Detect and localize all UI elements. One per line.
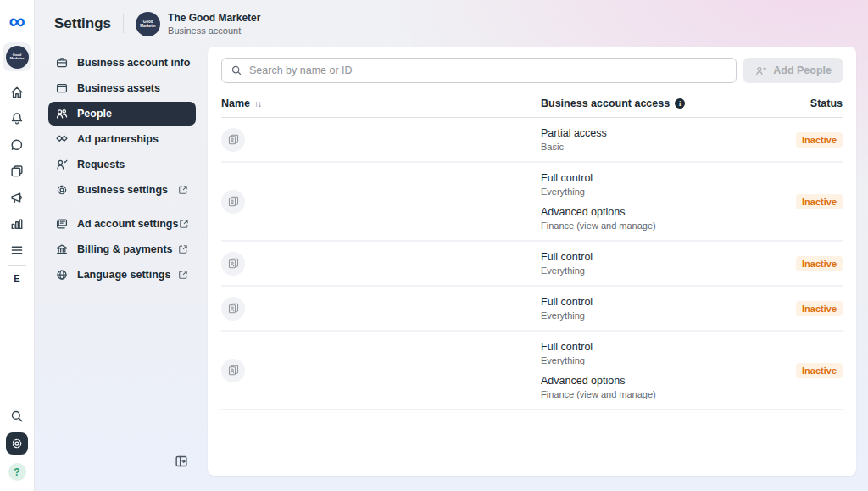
sidebar-item-label: Billing & payments bbox=[77, 243, 177, 255]
insights-chart-icon[interactable] bbox=[9, 216, 25, 232]
access-level: Advanced options bbox=[541, 374, 796, 388]
sort-icon[interactable]: ↑↓ bbox=[254, 99, 261, 109]
person-avatar bbox=[221, 359, 245, 382]
people-table-body: Partial accessBasicInactiveFull controlE… bbox=[221, 118, 843, 476]
search-box[interactable] bbox=[221, 58, 737, 83]
external-link-icon bbox=[177, 269, 189, 281]
sidebar-item-label: Business account info bbox=[77, 57, 190, 69]
search-icon[interactable] bbox=[9, 409, 25, 424]
sidebar-item-language-settings[interactable]: Language settings bbox=[53, 263, 196, 287]
sidebar-item-label: Ad account settings bbox=[77, 218, 178, 230]
table-header: Name ↑↓ Business account access i Status bbox=[221, 83, 843, 118]
person-avatar bbox=[221, 128, 245, 152]
page-title: Settings bbox=[54, 15, 111, 32]
access-level: Advanced options bbox=[541, 205, 796, 219]
access-level: Full control bbox=[541, 340, 796, 354]
table-row[interactable]: Partial accessBasicInactive bbox=[221, 118, 843, 163]
business-avatar: Good Marketer bbox=[6, 46, 29, 69]
access-detail: Everything bbox=[541, 186, 796, 198]
access-level: Full control bbox=[541, 250, 796, 264]
sidebar-item-label: People bbox=[77, 108, 189, 120]
sidebar-item-billing-payments[interactable]: Billing & payments bbox=[53, 237, 196, 261]
people-toolbar: Add People bbox=[221, 58, 843, 83]
sidebar-item-ad-partnerships[interactable]: Ad partnerships bbox=[53, 127, 196, 151]
workspace-letter[interactable]: E bbox=[14, 273, 19, 283]
status-badge: Inactive bbox=[796, 194, 843, 209]
search-input-icon bbox=[231, 64, 242, 76]
add-people-label: Add People bbox=[773, 64, 832, 76]
access-detail: Finance (view and manage) bbox=[541, 220, 796, 232]
access-level: Partial access bbox=[541, 126, 796, 140]
pages-icon[interactable] bbox=[9, 164, 25, 179]
person-check-icon bbox=[55, 158, 69, 171]
search-input[interactable] bbox=[249, 64, 727, 76]
access-detail: Everything bbox=[541, 310, 796, 321]
external-link-icon bbox=[178, 218, 190, 230]
table-row[interactable]: Full controlEverythingInactive bbox=[221, 287, 843, 332]
business-avatar-button[interactable]: Good Marketer bbox=[3, 42, 31, 71]
gear-icon bbox=[55, 183, 69, 197]
home-icon[interactable] bbox=[9, 85, 25, 100]
add-people-button[interactable]: Add People bbox=[743, 58, 843, 83]
status-badge: Inactive bbox=[796, 363, 843, 378]
table-row[interactable]: Full controlEverythingAdvanced optionsFi… bbox=[221, 163, 843, 242]
sidebar-item-label: Requests bbox=[77, 159, 189, 170]
status-badge: Inactive bbox=[796, 301, 843, 316]
sidebar-item-label: Business settings bbox=[77, 184, 177, 196]
assets-icon bbox=[55, 81, 69, 95]
add-person-icon bbox=[754, 64, 767, 77]
sidebar-item-people[interactable]: People bbox=[48, 102, 196, 126]
people-panel: Add People Name ↑↓ Business account acce… bbox=[208, 47, 856, 476]
help-button[interactable]: ? bbox=[8, 463, 26, 481]
column-status: Status bbox=[810, 98, 843, 109]
ad-account-icon bbox=[55, 217, 69, 231]
access-detail: Everything bbox=[541, 354, 796, 366]
sidebar-item-label: Ad partnerships bbox=[77, 133, 189, 145]
all-tools-menu-icon[interactable] bbox=[9, 243, 25, 258]
person-avatar bbox=[221, 252, 245, 276]
briefcase-icon bbox=[55, 56, 69, 70]
person-avatar bbox=[221, 190, 245, 214]
external-link-icon bbox=[177, 184, 189, 196]
column-access: Business account access bbox=[541, 98, 670, 109]
ads-megaphone-icon[interactable] bbox=[9, 190, 25, 205]
messages-chat-icon[interactable] bbox=[9, 137, 25, 153]
account-name: The Good Marketer bbox=[168, 12, 260, 25]
access-detail: Everything bbox=[541, 265, 796, 276]
header-divider bbox=[123, 14, 124, 33]
access-level: Full control bbox=[541, 171, 796, 185]
access-detail: Finance (view and manage) bbox=[541, 388, 796, 400]
sidebar-item-ad-account-settings[interactable]: Ad account settings bbox=[53, 212, 196, 236]
notifications-bell-icon[interactable] bbox=[9, 111, 25, 126]
column-name[interactable]: Name bbox=[221, 98, 250, 109]
sidebar-item-label: Business assets bbox=[77, 82, 189, 94]
sidebar-nav: Business account infoBusiness assetsPeop… bbox=[53, 51, 196, 288]
bank-icon bbox=[55, 243, 69, 256]
sidebar-item-label: Language settings bbox=[77, 269, 177, 281]
sidebar-item-business-settings[interactable]: Business settings bbox=[53, 178, 196, 202]
table-row[interactable]: Full controlEverythingAdvanced optionsFi… bbox=[221, 332, 843, 410]
account-switcher[interactable]: The Good Marketer Business account bbox=[168, 12, 260, 36]
status-badge: Inactive bbox=[796, 256, 843, 271]
access-detail: Basic bbox=[541, 141, 796, 153]
people-icon bbox=[55, 107, 69, 120]
globe-icon bbox=[55, 268, 69, 282]
status-badge: Inactive bbox=[796, 132, 843, 148]
sidebar-item-business-account-info[interactable]: Business account info bbox=[53, 51, 196, 75]
info-icon[interactable]: i bbox=[675, 98, 685, 109]
table-row[interactable]: Full controlEverythingInactive bbox=[221, 242, 843, 287]
left-icon-rail: ∞ Good Marketer E ? bbox=[0, 0, 35, 491]
external-link-icon bbox=[177, 243, 189, 255]
rail-divider bbox=[8, 265, 26, 266]
settings-gear-button[interactable] bbox=[6, 432, 28, 455]
meta-logo-icon[interactable]: ∞ bbox=[8, 10, 25, 32]
sidebar-item-business-assets[interactable]: Business assets bbox=[53, 76, 196, 100]
page-header: Settings Good Marketer The Good Marketer… bbox=[35, 0, 868, 47]
collapse-sidebar-icon[interactable] bbox=[174, 454, 189, 469]
access-level: Full control bbox=[541, 295, 796, 309]
person-avatar bbox=[221, 297, 245, 321]
account-avatar[interactable]: Good Marketer bbox=[136, 12, 160, 36]
account-type: Business account bbox=[168, 25, 260, 36]
partnership-icon bbox=[55, 132, 69, 146]
sidebar-item-requests[interactable]: Requests bbox=[53, 153, 196, 176]
